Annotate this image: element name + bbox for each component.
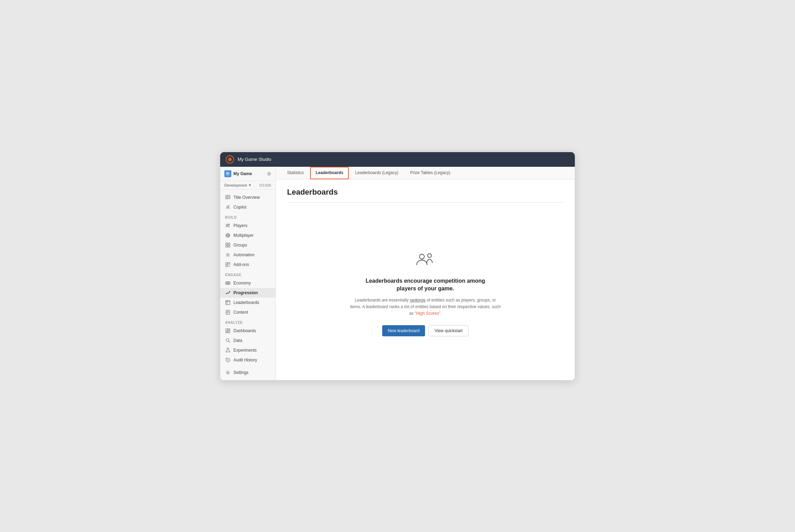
svg-rect-43 <box>226 332 227 333</box>
svg-point-45 <box>226 339 229 342</box>
addons-icon <box>225 262 231 267</box>
sidebar-item-title-overview-label: Title Overview <box>233 195 260 200</box>
sidebar-item-addons[interactable]: Add-ons <box>220 260 276 269</box>
svg-point-22 <box>227 254 229 256</box>
svg-rect-44 <box>228 331 230 333</box>
top-bar: My Game Studio <box>220 152 575 167</box>
sidebar-item-leaderboards-label: Leaderboards <box>233 300 259 305</box>
sidebar-item-settings[interactable]: Settings <box>220 368 276 377</box>
svg-point-1 <box>228 158 232 161</box>
svg-line-46 <box>229 341 230 343</box>
sidebar-item-progression[interactable]: Progression <box>220 288 276 298</box>
view-quickstart-button[interactable]: View quickstart <box>429 325 468 336</box>
svg-rect-18 <box>226 243 227 245</box>
engage-section-label: ENGAGE <box>220 269 276 278</box>
svg-rect-19 <box>228 243 230 245</box>
game-title: My Game <box>233 171 252 176</box>
tab-prize-tables-legacy[interactable]: Prize Tables (Legacy) <box>404 167 456 179</box>
tab-leaderboards-legacy[interactable]: Leaderboards (Legacy) <box>349 167 404 179</box>
sidebar-item-experiments-label: Experiments <box>233 348 257 353</box>
sidebar-item-data[interactable]: Data <box>220 336 276 345</box>
sidebar-item-groups-label: Groups <box>233 243 247 248</box>
sidebar-item-economy-label: Economy <box>233 281 251 285</box>
svg-point-13 <box>226 224 228 226</box>
economy-icon <box>225 280 231 286</box>
svg-rect-23 <box>226 263 227 264</box>
tab-leaderboards[interactable]: Leaderboards <box>310 167 349 179</box>
quoted-text: "High Scores". <box>415 311 441 316</box>
leaderboards-icon <box>225 300 231 305</box>
svg-rect-24 <box>228 263 230 264</box>
sidebar-item-audit-history[interactable]: Audit History <box>220 355 276 365</box>
svg-point-49 <box>227 372 229 373</box>
svg-point-51 <box>428 253 432 257</box>
sidebar-nav: Title Overview Copilot BUILD <box>220 190 276 380</box>
sidebar-item-audit-history-label: Audit History <box>233 358 257 362</box>
svg-point-50 <box>419 254 424 259</box>
sidebar-item-groups[interactable]: Groups <box>220 240 276 250</box>
main-layout: My Game ⚙ Development ▼ 0/100K <box>220 167 575 380</box>
svg-rect-3 <box>227 172 228 174</box>
env-count: 0/100K <box>259 183 271 187</box>
svg-point-29 <box>227 282 229 284</box>
svg-rect-41 <box>226 329 227 331</box>
svg-rect-6 <box>227 174 229 174</box>
sidebar-item-multiplayer-label: Multiplayer <box>233 233 254 238</box>
svg-rect-2 <box>226 171 230 175</box>
app-title: My Game Studio <box>238 157 271 162</box>
page-title: Leaderboards <box>287 188 564 197</box>
game-info: My Game <box>224 170 252 177</box>
sidebar-item-dashboards[interactable]: Dashboards <box>220 326 276 336</box>
svg-rect-21 <box>228 245 230 247</box>
highlight-text: rankings <box>410 298 425 303</box>
sidebar-item-copilot-label: Copilot <box>233 205 246 210</box>
sidebar-item-dashboards-label: Dashboards <box>233 328 256 333</box>
new-leaderboard-button[interactable]: New leaderboard <box>382 325 425 336</box>
experiments-icon <box>225 347 231 353</box>
svg-rect-28 <box>226 282 230 284</box>
sidebar-item-leaderboards[interactable]: Leaderboards <box>220 298 276 307</box>
sidebar-item-economy[interactable]: Economy <box>220 278 276 288</box>
sidebar: My Game ⚙ Development ▼ 0/100K <box>220 167 276 380</box>
sidebar-item-players[interactable]: Players <box>220 221 276 230</box>
svg-rect-4 <box>228 172 229 173</box>
app-logo <box>226 155 234 164</box>
sidebar-item-automation[interactable]: Automation <box>220 250 276 260</box>
sidebar-item-addons-label: Add-ons <box>233 262 249 267</box>
sidebar-item-progression-label: Progression <box>233 290 258 295</box>
copilot-icon <box>225 204 231 210</box>
svg-rect-5 <box>228 173 229 173</box>
settings-icon[interactable]: ⚙ <box>267 171 271 177</box>
sidebar-item-experiments[interactable]: Experiments <box>220 345 276 355</box>
sidebar-item-multiplayer[interactable]: Multiplayer <box>220 230 276 240</box>
sidebar-item-settings-label: Settings <box>233 370 248 375</box>
svg-rect-34 <box>226 300 230 305</box>
sidebar-item-title-overview[interactable]: Title Overview <box>220 193 276 202</box>
players-icon <box>225 223 231 228</box>
tab-bar: Statistics Leaderboards Leaderboards (Le… <box>276 167 575 179</box>
svg-rect-25 <box>226 265 227 267</box>
empty-state-icon <box>415 252 436 272</box>
sidebar-item-content-label: Content <box>233 310 248 315</box>
progression-icon <box>225 290 231 296</box>
data-icon <box>225 338 231 343</box>
environment-bar: Development ▼ 0/100K <box>220 181 276 190</box>
sidebar-item-automation-label: Automation <box>233 252 255 257</box>
build-section-label: BUILD <box>220 212 276 221</box>
svg-rect-42 <box>228 329 230 330</box>
title-overview-icon <box>225 195 231 200</box>
tab-statistics[interactable]: Statistics <box>281 167 309 179</box>
sidebar-item-copilot[interactable]: Copilot <box>220 202 276 212</box>
sidebar-item-content[interactable]: Content <box>220 307 276 317</box>
analyze-section-label: ANALYZE <box>220 317 276 326</box>
sidebar-settings-icon <box>225 370 231 375</box>
app-window: My Game Studio My Game <box>220 152 575 381</box>
audit-history-icon <box>225 357 231 363</box>
svg-line-12 <box>229 205 229 206</box>
sidebar-item-data-label: Data <box>233 338 242 343</box>
divider <box>287 202 564 203</box>
action-buttons: New leaderboard View quickstart <box>382 325 469 336</box>
env-label[interactable]: Development ▼ <box>224 183 252 187</box>
empty-state-description: Leaderboards are essentially rankings of… <box>349 297 502 317</box>
game-icon <box>224 170 231 177</box>
